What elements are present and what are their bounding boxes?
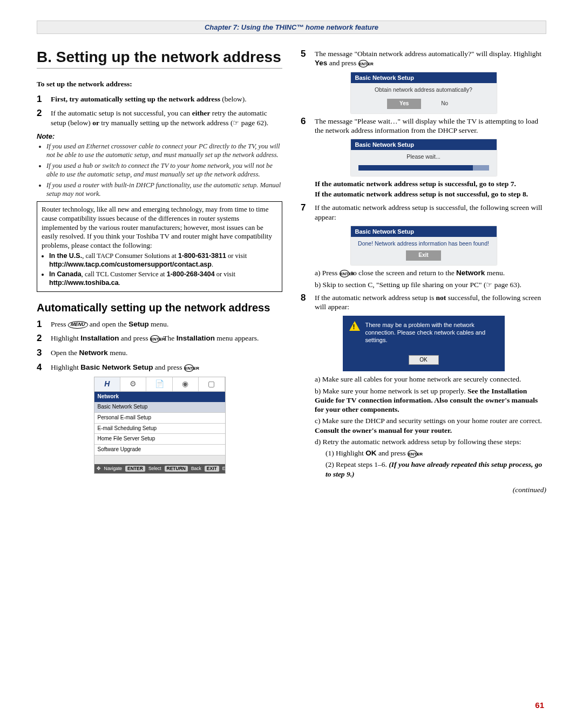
text: . bbox=[417, 449, 419, 457]
hand-icon: ☞ bbox=[486, 281, 492, 290]
text: . bbox=[194, 363, 195, 371]
note-item: If you used a router with built-in DHCP … bbox=[46, 181, 282, 198]
step-body: The message "Please wait…" will display … bbox=[315, 117, 546, 135]
step-num: 2 bbox=[37, 334, 51, 344]
right-column: 5 The message "Obtain network address au… bbox=[301, 49, 546, 494]
text: If the automatic network address setup i… bbox=[315, 294, 436, 302]
router-us: In the U.S., call TACP Consumer Solution… bbox=[49, 251, 277, 269]
note-item: If you used a hub or switch to connect t… bbox=[46, 161, 282, 179]
enter-pill: ENTER bbox=[125, 466, 145, 472]
continued-label: (continued) bbox=[301, 485, 546, 494]
text: try manually setting up the network addr… bbox=[99, 119, 233, 127]
text: and press bbox=[153, 363, 184, 371]
phone: 1-800-631-3811 bbox=[178, 252, 226, 260]
note-heading: Note: bbox=[37, 132, 282, 141]
step-5: 5 The message "Obtain network address au… bbox=[301, 49, 546, 68]
tab-icon: ⚙ bbox=[120, 377, 146, 391]
no-button: No bbox=[429, 99, 460, 108]
enter-icon: ENTER bbox=[408, 450, 417, 458]
label: In the U.S. bbox=[49, 252, 82, 260]
step-2: 2 If the automatic setup is not successf… bbox=[37, 108, 282, 127]
network-menu-screenshot: H ⚙ 📄 ◉ ▢ Network Basic Network Setup Pe… bbox=[94, 377, 226, 474]
menu-item: Software Upgrade bbox=[94, 445, 225, 455]
enter-icon: ENTER bbox=[150, 335, 160, 343]
subsection-title: Automatically setting up the network add… bbox=[37, 302, 282, 314]
step-8c: c) Make sure the DHCP and security setti… bbox=[315, 416, 546, 435]
left-column: B. Setting up the network address To set… bbox=[37, 49, 282, 494]
text: menu. bbox=[149, 320, 169, 328]
auto-step-3: 3 Open the Network menu. bbox=[37, 348, 282, 358]
text: or visit bbox=[226, 252, 247, 260]
step-num: 2 bbox=[37, 108, 51, 127]
setup-label: Setup bbox=[128, 320, 149, 328]
basic-network-setup-label: Basic Network Setup bbox=[80, 363, 153, 371]
step-num: 6 bbox=[301, 117, 315, 135]
page-ref: page 63). bbox=[492, 281, 521, 289]
dialog-title: Basic Network Setup bbox=[351, 139, 497, 150]
step-num: 8 bbox=[301, 293, 315, 312]
step-8d2: (2) Repeat steps 1–6. (If you have alrea… bbox=[326, 460, 546, 479]
step-body: If the automatic network address setup i… bbox=[315, 203, 546, 222]
done-text: Done! Network address information has be… bbox=[355, 240, 492, 247]
text-either: either bbox=[192, 109, 211, 117]
tab-icon: 📄 bbox=[146, 377, 172, 391]
dialog-title: Basic Network Setup bbox=[351, 226, 497, 237]
page-ref: page 62). bbox=[239, 119, 268, 127]
enter-icon: ENTER bbox=[358, 60, 368, 67]
dialog-error: There may be a problem with the network … bbox=[343, 316, 505, 371]
step-num: 3 bbox=[37, 348, 51, 358]
text: , call TCL Customer Service at bbox=[82, 270, 167, 278]
text: b) Make sure your home network is set up… bbox=[315, 387, 467, 395]
menu-title: Network bbox=[94, 392, 225, 402]
text: The message "Obtain network address auto… bbox=[315, 50, 541, 58]
text: If the automatic setup is not successful… bbox=[51, 109, 192, 117]
step-8d: d) Retry the automatic network address s… bbox=[315, 437, 546, 446]
url: http://www.tacp.com/customersupport/cont… bbox=[49, 261, 212, 268]
tab-icon: ◉ bbox=[173, 377, 199, 391]
url: http://www.toshiba.ca bbox=[49, 279, 119, 287]
hand-icon: ☞ bbox=[233, 119, 239, 128]
ok-label: OK bbox=[365, 449, 376, 457]
installation-label: Installation bbox=[177, 334, 215, 342]
note-list: If you used an Ethernet crossover cable … bbox=[37, 142, 282, 198]
text: to close the screen and return to the bbox=[349, 269, 456, 277]
menu-item: Home File Server Setup bbox=[94, 434, 225, 445]
step-7b: b) Skip to section C, "Setting up file s… bbox=[315, 280, 546, 290]
not-label: not bbox=[436, 294, 446, 302]
outcome-fail: If the automatic network address setup i… bbox=[315, 189, 546, 199]
text: , call TACP Consumer Solutions at bbox=[82, 252, 178, 260]
enter-icon: ENTER bbox=[340, 270, 349, 277]
network-label: Network bbox=[79, 349, 107, 357]
text: Press bbox=[51, 320, 68, 328]
auto-step-2: 2 Highlight Installation and press ENTER… bbox=[37, 334, 282, 344]
step-8a: a) Make sure all cables for your home ne… bbox=[315, 375, 546, 384]
step-1: 1 First, try automatically setting up th… bbox=[37, 94, 282, 105]
text-or: or bbox=[92, 119, 99, 127]
text: Highlight bbox=[51, 334, 80, 342]
step-8d1: (1) Highlight OK and press ENTER. bbox=[326, 448, 546, 458]
text: menu appears. bbox=[215, 334, 259, 342]
phone: 1-800-268-3404 bbox=[167, 270, 215, 278]
router-intro: Router technology, like all new and emer… bbox=[42, 205, 272, 249]
warning-icon bbox=[349, 321, 360, 331]
outcome-success: If the automatic network address setup i… bbox=[315, 179, 546, 188]
progress-bar bbox=[358, 165, 489, 171]
exit-button: Exit bbox=[406, 250, 440, 261]
footer-label: Select bbox=[148, 466, 161, 472]
section-title: B. Setting up the network address bbox=[37, 49, 282, 69]
dialog-obtain-address: Basic Network Setup Obtain network addre… bbox=[351, 72, 497, 113]
dialog-prompt: Obtain network address automatically? bbox=[355, 86, 492, 93]
menu-footer: ✥Navigate ENTERSelect RETURNBack EXITExi… bbox=[94, 464, 225, 473]
text: (1) Highlight bbox=[326, 449, 365, 457]
step-body: First, try automatically setting up the … bbox=[51, 95, 220, 103]
menu-icon: MENU bbox=[67, 321, 89, 329]
dialog-please-wait: Basic Network Setup Please wait... bbox=[351, 139, 497, 176]
auto-step-4: 4 Highlight Basic Network Setup and pres… bbox=[37, 363, 282, 373]
text: and open the bbox=[87, 320, 128, 328]
text: menu. bbox=[108, 349, 128, 357]
footer-label: Navigate bbox=[104, 466, 123, 472]
text: and press bbox=[119, 334, 150, 342]
step-num: 7 bbox=[301, 203, 315, 222]
return-pill: RETURN bbox=[165, 466, 188, 472]
tab-icon: H bbox=[94, 377, 120, 391]
